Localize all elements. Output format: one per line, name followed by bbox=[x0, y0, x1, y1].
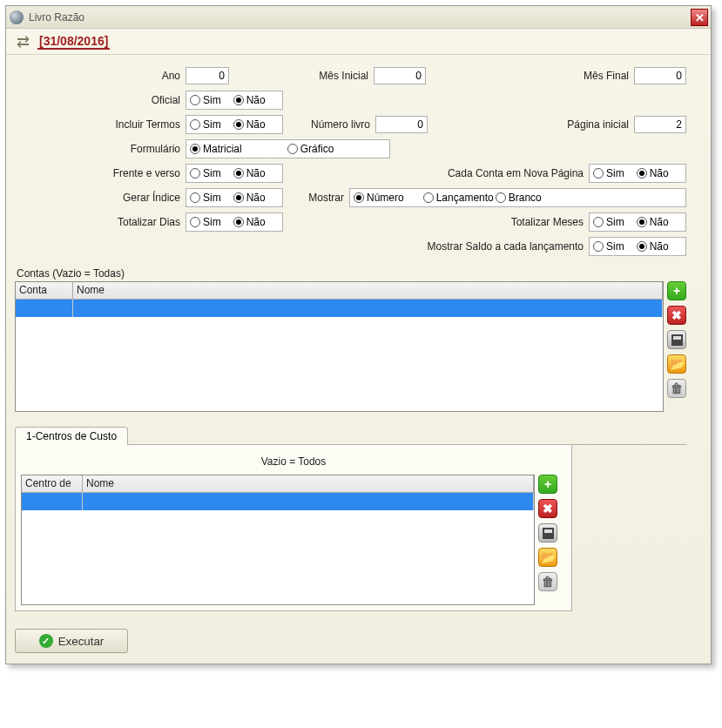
contas-row-selected[interactable] bbox=[16, 300, 663, 317]
close-button[interactable]: ✕ bbox=[691, 9, 708, 26]
radio-mostrar: Número Lançamento Branco bbox=[349, 188, 686, 207]
radio-totalizar-meses-nao[interactable]: Não bbox=[637, 216, 669, 228]
centros-side-buttons: + ✖ 📂 🗑 bbox=[535, 475, 557, 591]
label-pagina-inicial: Página inicial bbox=[428, 118, 629, 131]
floppy-icon bbox=[543, 528, 554, 539]
label-gerar-indice: Gerar Índice bbox=[15, 192, 180, 204]
contas-open-button[interactable]: 📂 bbox=[667, 354, 686, 374]
contas-header: Conta Nome bbox=[16, 282, 663, 300]
radio-gerar-indice-nao[interactable]: Não bbox=[233, 192, 266, 204]
folder-icon: 📂 bbox=[541, 550, 556, 564]
executar-label: Executar bbox=[58, 635, 105, 648]
contas-cell-conta bbox=[16, 300, 73, 317]
radio-oficial: Sim Não bbox=[186, 91, 283, 110]
plus-icon: + bbox=[544, 477, 551, 491]
label-mes-inicial: Mês Inicial bbox=[229, 70, 368, 82]
label-totalizar-meses: Totalizar Meses bbox=[283, 216, 584, 228]
close-icon: ✕ bbox=[695, 11, 705, 24]
col-centro-nome[interactable]: Nome bbox=[83, 475, 534, 492]
tabbody-centros: Vazio = Todos Centro de Nome + ✖ bbox=[15, 445, 572, 611]
contas-add-button[interactable]: + bbox=[667, 281, 686, 300]
footer: ✓ Executar bbox=[6, 617, 711, 664]
radio-cada-conta: Sim Não bbox=[589, 164, 686, 183]
radio-cada-conta-nao[interactable]: Não bbox=[637, 167, 669, 179]
tabstrip-centros: 1-Centros de Custo bbox=[15, 424, 686, 445]
contas-save-button[interactable] bbox=[667, 330, 686, 349]
trash-icon: 🗑 bbox=[671, 381, 683, 395]
tab-centros-custo[interactable]: 1-Centros de Custo bbox=[15, 427, 128, 445]
label-contas-section: Contas (Vazio = Todas) bbox=[17, 267, 686, 280]
plus-icon: + bbox=[673, 284, 680, 298]
centros-open-button[interactable]: 📂 bbox=[538, 548, 557, 567]
radio-mostrar-numero[interactable]: Número bbox=[354, 192, 404, 204]
centros-add-button[interactable]: + bbox=[538, 475, 557, 494]
folder-icon: 📂 bbox=[670, 357, 685, 371]
contas-delete-button[interactable]: ✖ bbox=[667, 306, 686, 325]
radio-gerar-indice: Sim Não bbox=[186, 188, 283, 207]
back-icon[interactable]: ⇄ bbox=[11, 33, 34, 51]
contas-trash-button[interactable]: 🗑 bbox=[667, 379, 686, 398]
executar-button[interactable]: ✓ Executar bbox=[15, 629, 128, 653]
radio-incluir-termos-sim[interactable]: Sim bbox=[190, 118, 221, 131]
centros-area: Centro de Nome + ✖ 📂 🗑 bbox=[21, 475, 566, 605]
label-formulario: Formulário bbox=[15, 143, 180, 155]
radio-totalizar-dias-nao[interactable]: Não bbox=[233, 216, 266, 228]
radio-mostrar-saldo-nao[interactable]: Não bbox=[637, 240, 669, 253]
app-icon bbox=[10, 10, 24, 24]
input-numero-livro[interactable] bbox=[375, 116, 428, 133]
x-icon: ✖ bbox=[671, 308, 682, 322]
centros-grid[interactable]: Centro de Nome bbox=[21, 475, 535, 605]
radio-totalizar-meses-sim[interactable]: Sim bbox=[593, 216, 624, 228]
radio-incluir-termos-nao[interactable]: Não bbox=[233, 118, 266, 131]
label-numero-livro: Número livro bbox=[283, 118, 370, 131]
radio-totalizar-dias-sim[interactable]: Sim bbox=[190, 216, 221, 228]
radio-mostrar-branco[interactable]: Branco bbox=[496, 192, 542, 204]
check-icon: ✓ bbox=[39, 634, 53, 648]
titlebar: Livro Razão ✕ bbox=[6, 6, 711, 29]
trash-icon: 🗑 bbox=[542, 575, 554, 589]
radio-formulario-matricial[interactable]: Matricial bbox=[190, 143, 242, 155]
label-mostrar-opt: Mostrar bbox=[283, 192, 344, 204]
col-conta[interactable]: Conta bbox=[16, 282, 73, 299]
contas-cell-nome bbox=[73, 300, 663, 317]
radio-frente-verso-nao[interactable]: Não bbox=[233, 167, 266, 179]
x-icon: ✖ bbox=[543, 502, 553, 516]
radio-totalizar-meses: Sim Não bbox=[589, 212, 686, 232]
input-mes-inicial[interactable] bbox=[374, 67, 426, 84]
col-nome[interactable]: Nome bbox=[73, 282, 663, 299]
input-ano[interactable] bbox=[186, 67, 229, 84]
radio-mostrar-saldo-sim[interactable]: Sim bbox=[593, 240, 624, 253]
label-mostrar-saldo: Mostrar Saldo a cada lançamento bbox=[15, 240, 584, 253]
label-mes-final: Mês Final bbox=[426, 70, 629, 82]
input-mes-final[interactable] bbox=[634, 67, 686, 84]
centros-header: Centro de Nome bbox=[22, 475, 534, 493]
radio-gerar-indice-sim[interactable]: Sim bbox=[190, 192, 221, 204]
input-pagina-inicial[interactable] bbox=[634, 116, 686, 133]
centros-trash-button[interactable]: 🗑 bbox=[538, 572, 557, 591]
report-date[interactable]: [31/08/2016] bbox=[37, 34, 110, 50]
label-frente-verso: Frente e verso bbox=[15, 167, 180, 179]
centros-row-selected[interactable] bbox=[22, 493, 534, 510]
label-cada-conta: Cada Conta em Nova Página bbox=[283, 167, 584, 179]
label-oficial: Oficial bbox=[15, 94, 180, 106]
radio-cada-conta-sim[interactable]: Sim bbox=[593, 167, 624, 179]
radio-oficial-nao[interactable]: Não bbox=[233, 94, 266, 106]
radio-oficial-sim[interactable]: Sim bbox=[190, 94, 221, 106]
radio-totalizar-dias: Sim Não bbox=[186, 212, 283, 232]
radio-frente-verso: Sim Não bbox=[186, 164, 283, 183]
label-totalizar-dias: Totalizar Dias bbox=[15, 216, 180, 228]
col-centro[interactable]: Centro de bbox=[22, 475, 83, 492]
radio-formulario-grafico[interactable]: Gráfico bbox=[287, 143, 334, 155]
centros-cell-nome bbox=[83, 493, 534, 510]
radio-frente-verso-sim[interactable]: Sim bbox=[190, 167, 221, 179]
centros-save-button[interactable] bbox=[538, 523, 557, 543]
contas-area: Conta Nome + ✖ 📂 🗑 bbox=[15, 281, 686, 412]
radio-mostrar-lancamento[interactable]: Lançamento bbox=[423, 192, 494, 204]
label-incluir-termos: Incluir Termos bbox=[15, 118, 180, 131]
swap-icon: ⇄ bbox=[17, 32, 30, 51]
centros-delete-button[interactable]: ✖ bbox=[538, 499, 557, 518]
centros-cell-centro bbox=[22, 493, 83, 510]
radio-mostrar-saldo: Sim Não bbox=[589, 237, 686, 256]
contas-grid[interactable]: Conta Nome bbox=[15, 281, 664, 412]
date-bar: ⇄ [31/08/2016] bbox=[6, 29, 711, 55]
